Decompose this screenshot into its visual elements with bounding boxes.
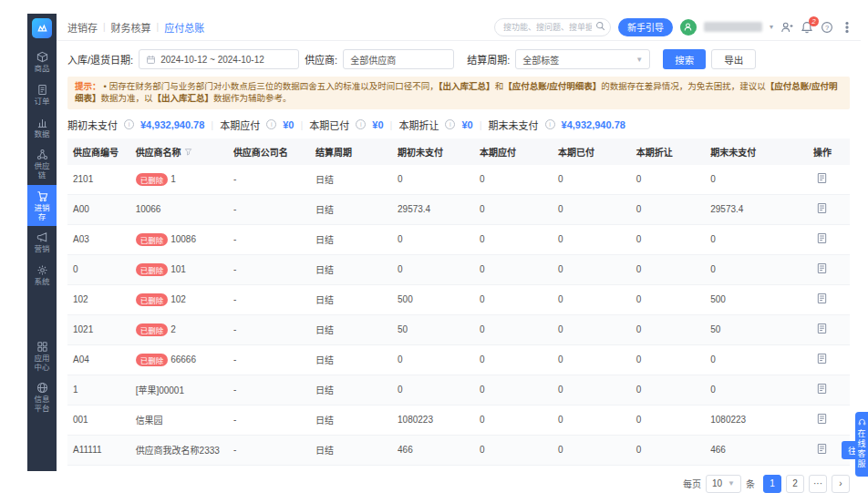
calendar-icon: [146, 55, 156, 65]
cell-company-name: -: [228, 405, 310, 435]
bill-detail-icon[interactable]: [816, 443, 828, 455]
summary-separator: |: [211, 119, 213, 130]
table-row[interactable]: 102已删除102-日结500000500: [67, 284, 850, 314]
sidebar-item-app-center[interactable]: 应用中心: [27, 335, 57, 377]
table-row[interactable]: A03已删除10086-日结00000: [67, 224, 850, 254]
search-icon[interactable]: [595, 21, 605, 31]
cell-paid: 0: [553, 165, 631, 195]
cell-discount: 0: [631, 405, 706, 435]
cell-supplier-no: A11111: [67, 435, 130, 465]
sidebar-item-supply-chain[interactable]: 供应链: [27, 143, 57, 185]
topbar: 进销存|财务核算|应付总账 新手引导 ▾: [57, 14, 861, 41]
support-tab[interactable]: 在线客服: [855, 412, 868, 477]
notification-bell-icon[interactable]: 2: [801, 21, 813, 34]
page-next-button[interactable]: ›: [832, 475, 850, 493]
inventory-icon: [36, 190, 48, 202]
sidebar-item-order[interactable]: 订单: [27, 78, 57, 111]
invite-user-icon[interactable]: [780, 21, 793, 34]
sidebar-item-data[interactable]: 数据: [27, 111, 57, 144]
col-supplier-name: 供应商名称: [130, 139, 228, 165]
help-icon[interactable]: ?: [821, 21, 833, 34]
date-range-picker[interactable]: 2024-10-12 ~ 2024-10-12: [139, 49, 299, 69]
chevron-down-icon[interactable]: ▾: [770, 23, 773, 31]
cell-paid: 0: [553, 435, 631, 465]
cell-supplier-name: 已删除101: [130, 254, 228, 284]
cell-supplier-no: 2101: [67, 165, 130, 195]
bill-detail-icon[interactable]: [816, 262, 828, 274]
breadcrumb-item[interactable]: 进销存: [67, 20, 98, 35]
cycle-select[interactable]: 全部标签 ▼: [515, 49, 650, 69]
marketing-icon: [36, 231, 48, 243]
bill-detail-icon[interactable]: [816, 413, 828, 425]
search-button[interactable]: 搜索: [663, 49, 706, 69]
cell-paid: 0: [553, 344, 631, 375]
sidebar-nav-bottom: 应用中心信息平台: [27, 335, 57, 471]
sidebar: 商品订单数据供应链进销存营销系统 应用中心信息平台: [27, 14, 57, 471]
cell-payable: 0: [474, 194, 553, 224]
sidebar-item-inventory[interactable]: 进销存: [27, 185, 57, 227]
cell-end-unpaid: 29573.4: [705, 194, 795, 224]
summary-label: 本期应付: [220, 118, 260, 132]
summary-value: ¥0: [461, 119, 472, 130]
info-icon[interactable]: i: [545, 119, 555, 129]
per-page-unit: 条: [746, 477, 755, 490]
bill-detail-icon[interactable]: [816, 383, 828, 395]
bill-detail-icon[interactable]: [816, 232, 828, 244]
col-begin-unpaid: 期初未支付: [392, 139, 474, 165]
table-row[interactable]: A04已删除66666-日结00000: [67, 344, 850, 375]
svg-text:?: ?: [825, 23, 829, 31]
breadcrumb: 进销存|财务核算|应付总账: [67, 20, 204, 35]
supplier-input[interactable]: [343, 49, 454, 69]
info-icon[interactable]: i: [124, 119, 134, 129]
avatar[interactable]: [680, 19, 697, 36]
notification-badge: 2: [809, 16, 819, 26]
app-logo[interactable]: [32, 18, 52, 38]
info-icon[interactable]: i: [445, 119, 455, 129]
more-menu-icon[interactable]: [841, 21, 853, 34]
cell-discount: 0: [631, 284, 706, 314]
info-icon[interactable]: i: [266, 119, 276, 129]
cell-discount: 0: [631, 314, 706, 344]
date-range-value: 2024-10-12 ~ 2024-10-12: [160, 55, 264, 65]
table-row[interactable]: 001信果园-日结10802230001080223: [67, 405, 850, 435]
table-row[interactable]: A0010066-日结29573.400029573.4: [67, 194, 850, 224]
table-row[interactable]: 2101已删除1-日结00000: [67, 165, 850, 195]
guide-button[interactable]: 新手引导: [618, 18, 673, 36]
cell-company-name: -: [228, 254, 310, 284]
cell-paid: 0: [553, 284, 631, 314]
page-more-button[interactable]: ···: [809, 475, 827, 493]
cell-end-unpaid: 0: [705, 254, 795, 284]
bill-detail-icon[interactable]: [816, 172, 828, 184]
bill-detail-icon[interactable]: [816, 293, 828, 304]
per-page-select[interactable]: 10 ▼: [706, 475, 741, 493]
export-button[interactable]: 导出: [711, 49, 756, 69]
page-button-2[interactable]: 2: [786, 475, 804, 493]
bill-detail-icon[interactable]: [816, 323, 828, 334]
sidebar-item-goods[interactable]: 商品: [27, 46, 57, 78]
table-row[interactable]: 1[苹果]00001-日结00000: [67, 375, 850, 405]
bill-detail-icon[interactable]: [816, 202, 828, 214]
breadcrumb-item[interactable]: 应付总账: [164, 20, 204, 35]
bill-detail-icon[interactable]: [816, 353, 828, 364]
breadcrumb-item[interactable]: 财务核算: [111, 20, 151, 35]
col-actions: 操作: [795, 139, 850, 165]
global-search-input[interactable]: [494, 18, 611, 36]
sidebar-item-info-platform[interactable]: 信息平台: [27, 376, 57, 418]
filter-funnel-icon[interactable]: [184, 148, 192, 156]
page-button-1[interactable]: 1: [763, 475, 781, 493]
table-row[interactable]: 1021已删除2-日结5000050: [67, 314, 850, 344]
summary-label: 本期折让: [398, 118, 439, 132]
table-row[interactable]: A11111供应商我改名称2333-日结466000466往来: [67, 435, 850, 465]
cell-begin-unpaid: 50: [392, 314, 474, 344]
notice-label: 提示：: [75, 81, 101, 91]
cell-company-name: -: [228, 224, 310, 254]
cell-actions: [795, 375, 850, 405]
user-icon: [683, 22, 693, 32]
sidebar-item-system[interactable]: 系统: [27, 259, 57, 292]
sidebar-item-marketing[interactable]: 营销: [27, 226, 57, 259]
cell-discount: 0: [631, 194, 706, 224]
sidebar-item-label: 供应链: [33, 162, 51, 180]
cell-actions: [795, 405, 850, 435]
table-row[interactable]: 0已删除101-日结00000: [67, 254, 850, 284]
info-icon[interactable]: i: [356, 119, 366, 129]
